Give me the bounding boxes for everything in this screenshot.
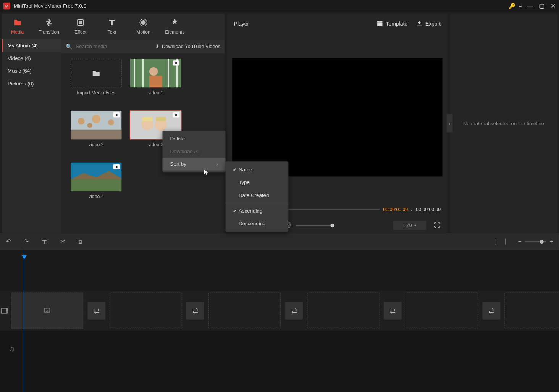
- transition-slot[interactable]: ⇄: [482, 302, 500, 320]
- playhead[interactable]: [24, 250, 24, 392]
- video-slot[interactable]: [208, 292, 281, 329]
- svg-point-15: [92, 115, 100, 123]
- media-item-video1[interactable]: ■ video 1: [126, 59, 186, 106]
- transition-slot[interactable]: ⇄: [285, 302, 303, 320]
- delete-button[interactable]: 🗑: [42, 238, 48, 245]
- album-sidebar: My Album (4) Videos (4) Music (64) Pictu…: [2, 39, 61, 233]
- sort-type[interactable]: ✔Type: [225, 176, 288, 189]
- video-slot[interactable]: [110, 292, 182, 329]
- sort-submenu: ✔Name ✔Type ✔Date Created ✔Ascending ✔De…: [225, 161, 288, 232]
- search-row: 🔍 ⬇ Download YouTube Videos: [61, 39, 225, 53]
- main-tab-row: Media Transition Effect Text Motion: [2, 14, 225, 39]
- tab-effect-label: Effect: [74, 29, 86, 34]
- sidebar-item-pictures[interactable]: Pictures (0): [2, 77, 61, 90]
- transition-icon: [45, 18, 53, 27]
- import-media-button[interactable]: Import Media Files: [66, 59, 126, 106]
- text-track[interactable]: [0, 262, 559, 291]
- split-button[interactable]: ✂: [60, 238, 65, 245]
- tab-text-label: Text: [108, 29, 116, 34]
- tab-motion[interactable]: Motion: [128, 14, 159, 39]
- elements-icon: [171, 18, 179, 27]
- volume-slider[interactable]: [296, 225, 334, 226]
- svg-rect-1: [79, 21, 82, 24]
- video-slot[interactable]: [11, 292, 83, 329]
- video-track-icon: [0, 307, 8, 315]
- properties-panel: › No material selected on the timeline: [450, 14, 557, 233]
- transition-slot[interactable]: ⇄: [384, 302, 402, 320]
- ctx-download-all: Download All: [163, 145, 226, 158]
- svg-rect-27: [1, 308, 2, 313]
- download-youtube-button[interactable]: ⬇ Download YouTube Videos: [155, 44, 220, 50]
- video-badge-icon: ■: [173, 60, 179, 65]
- transition-slot[interactable]: ⇄: [87, 302, 105, 320]
- minimize-button[interactable]: —: [527, 3, 533, 10]
- video-slot[interactable]: [406, 292, 478, 329]
- sidebar-item-music[interactable]: Music (64): [2, 65, 61, 77]
- hamburger-menu-icon[interactable]: ≡: [519, 3, 522, 9]
- time-total: 00:00:00.00: [416, 206, 441, 211]
- chevron-down-icon: ▾: [414, 223, 417, 227]
- context-menu: Delete Download All Sort by ›: [163, 131, 226, 172]
- export-button[interactable]: Export: [416, 20, 441, 27]
- tab-motion-label: Motion: [136, 29, 150, 34]
- video-slot[interactable]: [504, 292, 559, 329]
- video-track[interactable]: ⇄ ⇄ ⇄ ⇄ ⇄: [0, 291, 559, 331]
- template-icon: [376, 20, 383, 27]
- effect-icon: [76, 18, 84, 27]
- svg-point-16: [108, 119, 114, 126]
- zoom-out-button[interactable]: −: [518, 238, 521, 245]
- video-slot[interactable]: [307, 292, 379, 329]
- sidebar-item-videos[interactable]: Videos (4): [2, 52, 61, 65]
- tab-media[interactable]: Media: [2, 14, 33, 39]
- media-item-video2[interactable]: ■ video 2: [66, 111, 126, 158]
- undo-button[interactable]: ↶: [6, 238, 11, 245]
- sort-ascending[interactable]: ✔Ascending: [225, 205, 288, 217]
- svg-point-17: [87, 123, 92, 128]
- media-caption: video 2: [89, 142, 104, 147]
- tab-transition[interactable]: Transition: [33, 14, 65, 39]
- video-badge-icon: ■: [113, 164, 120, 169]
- sort-descending[interactable]: ✔Descending: [225, 217, 288, 230]
- app-title: MiniTool MovieMaker Free 7.0.0: [14, 3, 86, 9]
- tab-media-label: Media: [11, 29, 24, 34]
- time-ruler[interactable]: [0, 250, 559, 262]
- fullscreen-button[interactable]: ⛶: [434, 221, 441, 229]
- panel-collapse-handle[interactable]: ›: [447, 114, 453, 133]
- redo-button[interactable]: ↷: [24, 238, 29, 245]
- sidebar-item-my-album[interactable]: My Album (4): [2, 39, 61, 52]
- license-key-icon[interactable]: 🔑: [509, 3, 515, 9]
- video-badge-icon: ■: [113, 112, 120, 117]
- media-caption: video 3: [148, 142, 163, 147]
- ctx-sort-by[interactable]: Sort by ›: [163, 158, 226, 170]
- media-item-video4[interactable]: ■ video 4: [66, 163, 126, 210]
- close-button[interactable]: ✕: [551, 3, 556, 10]
- snap-button[interactable]: ⎸⎹: [495, 238, 505, 245]
- no-selection-message: No material selected on the timeline: [457, 120, 550, 126]
- export-icon: [416, 20, 423, 27]
- maximize-button[interactable]: ▢: [539, 3, 544, 10]
- video-badge-icon: ■: [173, 112, 179, 117]
- drop-media-icon: [44, 307, 51, 315]
- search-input[interactable]: [76, 44, 139, 50]
- player-label: Player: [234, 21, 249, 27]
- tab-effect[interactable]: Effect: [65, 14, 96, 39]
- sort-date-created[interactable]: ✔Date Created: [225, 189, 288, 202]
- crop-button[interactable]: ⧈: [78, 238, 82, 245]
- app-logo-icon: M: [3, 3, 10, 10]
- sort-name[interactable]: ✔Name: [225, 163, 288, 176]
- zoom-in-button[interactable]: +: [549, 238, 553, 245]
- template-button[interactable]: Template: [376, 20, 407, 27]
- svg-rect-22: [156, 117, 166, 121]
- aspect-ratio-select[interactable]: 16:9 ▾: [393, 221, 426, 230]
- svg-point-14: [78, 118, 85, 125]
- time-current: 00:00:00.00: [383, 206, 408, 211]
- ctx-delete[interactable]: Delete: [163, 132, 226, 145]
- tab-elements[interactable]: Elements: [159, 14, 191, 39]
- svg-point-2: [141, 20, 145, 24]
- video-preview[interactable]: [232, 58, 442, 177]
- zoom-slider[interactable]: [525, 241, 546, 242]
- audio-track[interactable]: ♫: [0, 331, 559, 368]
- timeline-tracks: ⊞ ⇄ ⇄ ⇄ ⇄ ⇄: [0, 250, 559, 392]
- transition-slot[interactable]: ⇄: [186, 302, 204, 320]
- tab-text[interactable]: Text: [96, 14, 128, 39]
